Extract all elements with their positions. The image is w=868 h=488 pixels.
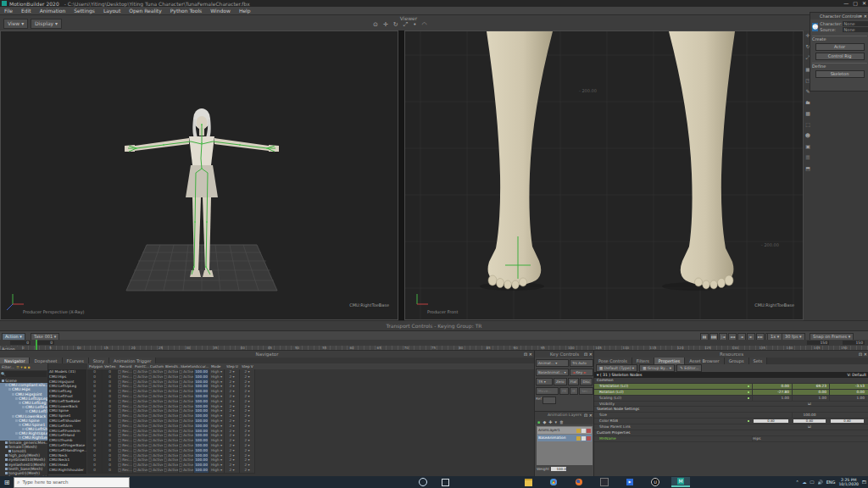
search-input[interactable]: 🔍 [1, 371, 47, 377]
close-icon[interactable]: ✕ [529, 352, 532, 357]
property-value[interactable]: Hips [752, 436, 854, 441]
cortana-taskbar-icon[interactable] [414, 477, 432, 487]
table-cell[interactable]: ▢ Active [179, 468, 194, 474]
skeleton-button[interactable]: Skeleton [815, 70, 865, 78]
dock-icon[interactable]: ⬒ [805, 165, 810, 171]
menu-icon[interactable]: ≡ [859, 14, 862, 19]
menu-item-file[interactable]: File [0, 8, 17, 14]
table-cell[interactable]: 100.00 [194, 468, 209, 474]
menu-item-edit[interactable]: Edit [17, 8, 36, 14]
file-explorer-taskbar-icon[interactable] [519, 477, 537, 487]
keying-group-dropdown[interactable]: TR ▾ [536, 378, 553, 385]
volume-icon[interactable]: 🔊 [817, 480, 822, 485]
layer-lock-icon[interactable]: ◆ [542, 419, 546, 424]
editor-button[interactable]: ✎ Editor... [676, 364, 702, 372]
layer-mute-icon[interactable] [587, 429, 591, 433]
table-cell[interactable]: 2 ▾ [225, 468, 240, 474]
property-checkbox[interactable]: ☑ [808, 424, 811, 430]
clock[interactable]: 2:25 PM10/1/2020 [838, 478, 859, 486]
property-row[interactable]: Common [594, 378, 868, 384]
tab-filters[interactable]: Filters [632, 358, 654, 364]
property-value[interactable]: 69.23 [792, 384, 829, 389]
dock-icon[interactable]: ⊡ [584, 352, 587, 357]
auto-key-toggle[interactable]: Trs Auto [570, 359, 593, 367]
property-row[interactable]: Visibility☑ [594, 402, 868, 408]
property-value[interactable]: 1.00 [792, 396, 829, 401]
layer-dropdown[interactable]: BaseAnimat... ▾ [536, 369, 569, 376]
taskbar-search-input[interactable]: ⌕ Type here to search [14, 477, 130, 488]
viewport-perspective[interactable]: Producer Perspective (X-Ray) CMU:RightTo… [0, 30, 398, 320]
property-value[interactable]: 1.00 [752, 396, 792, 401]
column-header-mode[interactable]: Mode [211, 363, 226, 369]
group-by-dropdown[interactable]: ▦ Group By... ▾ [639, 364, 675, 372]
table-cell[interactable]: ▢ Rec... [118, 468, 133, 474]
property-value[interactable]: -3.53 [829, 384, 867, 389]
display-icon[interactable]: 🖵 [810, 480, 815, 485]
mesh-icon[interactable]: ▩ [805, 110, 810, 116]
table-cell[interactable]: ▢ Active [133, 468, 148, 474]
table-cell[interactable]: 0 [103, 468, 118, 474]
table-row[interactable]: CMU:RightShoulder00▢ Rec...▢ Active▢ Act… [48, 468, 534, 473]
viewport-splitter[interactable] [398, 30, 404, 320]
motionbuilder-taskbar-icon[interactable]: M [671, 477, 690, 487]
close-icon[interactable]: ✕ [589, 413, 593, 418]
tab-sets[interactable]: Sets [749, 358, 768, 364]
view-mode-label[interactable]: V: Default [847, 372, 866, 378]
menu-item-animation[interactable]: Animation [36, 8, 70, 14]
onedrive-icon[interactable]: ☁ [803, 480, 807, 485]
column-header-blends[interactable]: BlendS... [165, 363, 181, 369]
dark-app-taskbar-icon[interactable] [595, 477, 614, 487]
close-icon[interactable]: ✕ [862, 0, 866, 6]
fk-button[interactable]: FK [559, 387, 569, 395]
key-controls-title[interactable]: Key Controls ⊡ ✕ [535, 350, 594, 358]
task-view-taskbar-icon[interactable] [436, 477, 454, 487]
property-row[interactable]: Size100.00 [594, 413, 868, 419]
sec-button[interactable]: Sec... [579, 387, 593, 395]
display-dropdown[interactable]: Display ▾ [31, 19, 62, 29]
dot-tool-icon[interactable]: • [413, 21, 416, 28]
layer-solo-icon[interactable] [581, 436, 586, 441]
close-icon[interactable]: ✕ [864, 14, 867, 19]
ik-button[interactable]: IK [570, 387, 578, 395]
table-cell[interactable]: High ▾ [209, 468, 225, 474]
navigator-title[interactable]: Navigator ⊡ ✕ [0, 350, 534, 358]
column-header-pointc[interactable]: PointC... [135, 363, 150, 369]
menu-item-window[interactable]: Window [206, 8, 235, 14]
notification-center-icon[interactable]: 🗔 [862, 480, 866, 485]
hidden-icons-caret[interactable]: ⌃ [795, 480, 798, 485]
discard-button[interactable]: Disc [580, 378, 593, 385]
frame-icon[interactable]: ⬚ [805, 121, 810, 127]
menu-item-open-reality[interactable]: Open Reality [125, 8, 165, 14]
dock-icon[interactable]: ⊡ [859, 352, 862, 357]
layer-lock-icon[interactable] [576, 429, 581, 433]
property-row[interactable]: Skeleton Node Settings [594, 407, 868, 413]
table-cell[interactable]: 2 ▾ [240, 468, 255, 474]
resources-title[interactable]: Resources ⊡ ✕ [594, 350, 868, 358]
panel-icon[interactable]: ▣ [805, 143, 810, 149]
viewport-front[interactable]: - 200.00 - 200.00 [404, 30, 804, 320]
property-value[interactable]: 0.00 [829, 390, 867, 395]
property-value[interactable]: 0.00 [792, 390, 829, 395]
property-row[interactable]: Translation (Lcl)0.0069.23-3.53 [594, 384, 868, 390]
character-controls-title[interactable]: Character Controls ≡ ✕ [810, 13, 868, 19]
minimize-icon[interactable]: — [843, 0, 849, 6]
translate-tool-icon[interactable]: ✛ [383, 21, 388, 28]
source-value[interactable]: None [843, 27, 868, 32]
table-cell[interactable]: ▢ Active [164, 468, 179, 474]
layer-mute-icon[interactable] [587, 436, 591, 441]
move-keys-dropdown[interactable]: Move... [536, 387, 559, 395]
view-dropdown[interactable]: View ▾ [3, 19, 28, 29]
column-header-stepv[interactable]: Step V [242, 363, 257, 369]
close-icon[interactable]: ✕ [864, 352, 867, 357]
layer-row[interactable]: AnimLayer1 [537, 427, 592, 434]
property-row[interactable]: Color RGB0.800.800.80 [594, 419, 868, 424]
filter-icons[interactable]: ≡ ▾ ▪ ▪ [16, 365, 30, 369]
type-filter-dropdown[interactable]: ▦ Default (Type) ▾ [596, 364, 637, 372]
key-button[interactable]: ◄ Key ► [570, 369, 593, 376]
layer-lock-icon[interactable] [576, 436, 581, 441]
tab-asset-browser[interactable]: Asset Browser [685, 358, 725, 364]
property-value[interactable]: -27.80 [752, 390, 792, 395]
firefox-taskbar-icon[interactable] [570, 477, 588, 487]
list-icon[interactable]: ☰ [805, 154, 810, 160]
tree-item[interactable]: eyebrow010(Mesh) [0, 458, 47, 462]
